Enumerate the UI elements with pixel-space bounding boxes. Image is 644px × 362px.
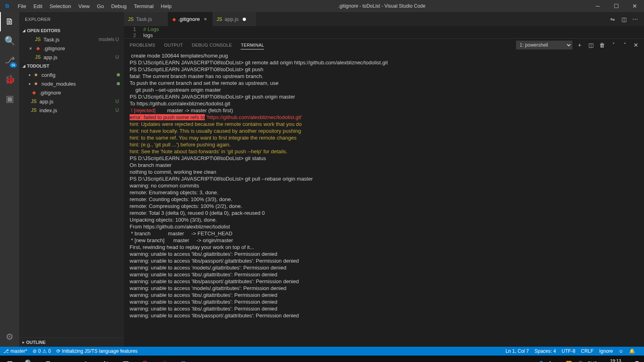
menu-file[interactable]: File xyxy=(14,0,30,12)
panel-tab-terminal[interactable]: TERMINAL xyxy=(241,41,264,49)
language-mode[interactable]: Ignore xyxy=(599,348,613,354)
kill-terminal-icon[interactable]: 🗑 xyxy=(598,42,606,48)
menu-help[interactable]: Help xyxy=(157,0,175,12)
open-editor-item[interactable]: ×◆.gitignore xyxy=(21,44,124,53)
extensions-icon[interactable]: ▣ xyxy=(0,89,19,109)
split-editor-icon[interactable]: ◫ xyxy=(618,16,630,23)
file-icon: ■ xyxy=(33,72,39,78)
editor-tabs: JSTask.js◆.gitignore×JSapp.js ⇋ ◫ ⋯ xyxy=(124,12,644,26)
file-icon: JS xyxy=(35,37,41,42)
file-icon: ◆ xyxy=(31,90,37,95)
tree-item[interactable]: ▸■config xyxy=(21,70,124,79)
indentation-status[interactable]: Spaces: 4 xyxy=(535,348,556,354)
menu-edit[interactable]: Edit xyxy=(30,0,46,12)
menu-terminal[interactable]: Terminal xyxy=(130,0,157,12)
panel-tabs: PROBLEMSOUTPUTDEBUG CONSOLETERMINAL 1: p… xyxy=(124,39,644,51)
menu-selection[interactable]: Selection xyxy=(46,0,74,12)
compare-changes-icon[interactable]: ⇋ xyxy=(607,16,618,23)
mail-icon[interactable]: ✉ xyxy=(116,356,135,362)
file-label: app.js xyxy=(39,99,114,105)
editor-tab[interactable]: ◆.gitignore× xyxy=(168,12,213,26)
panel-maximize-icon[interactable]: ˄ xyxy=(621,42,629,48)
scm-badge: 5k xyxy=(10,63,17,68)
open-editors-header[interactable]: ◢OPEN EDITORS xyxy=(21,26,124,35)
explorer-icon[interactable]: 🗎 xyxy=(0,12,19,31)
menu-view[interactable]: View xyxy=(75,0,93,12)
window-title: .gitignore - toDoList - Visual Studio Co… xyxy=(175,3,588,9)
panel-tab-problems[interactable]: PROBLEMS xyxy=(130,41,155,49)
tree-item[interactable]: JSapp.jsU xyxy=(21,97,124,106)
cursor-position[interactable]: Ln 1, Col 7 xyxy=(506,348,529,354)
maximize-button[interactable]: ☐ xyxy=(607,0,625,12)
menu-go[interactable]: Go xyxy=(93,0,107,12)
edge-icon[interactable]: e xyxy=(58,356,77,362)
debug-icon[interactable]: 🐞 xyxy=(0,70,19,89)
notifications-icon[interactable]: 🔔 xyxy=(629,348,635,354)
tab-label: app.js xyxy=(225,16,239,22)
git-branch-status[interactable]: ⎇ master* xyxy=(3,348,27,354)
close-icon[interactable]: × xyxy=(29,45,35,51)
clock[interactable]: 19:1319.03.2019 xyxy=(600,358,632,362)
task-status[interactable]: ⟳ Initializing JS/TS language features xyxy=(56,348,137,354)
editor-tab[interactable]: JSTask.js xyxy=(124,12,168,26)
git-status-badge: U xyxy=(114,107,120,113)
close-tab-icon[interactable]: × xyxy=(204,16,207,22)
twistie-icon: ▸ xyxy=(29,73,31,77)
settings-gear-icon[interactable]: ⚙ xyxy=(0,327,19,347)
menu-debug[interactable]: Debug xyxy=(107,0,130,12)
file-label: Task.js xyxy=(43,37,97,43)
open-editor-item[interactable]: JSTask.jsmodelsU xyxy=(21,35,124,44)
vscode-taskbar-icon[interactable]: ⧉ xyxy=(174,356,193,362)
panel-close-icon[interactable]: ✕ xyxy=(632,42,640,48)
activity-bar: 🗎 🔍 ⎇5k 🐞 ▣ ⚙ xyxy=(0,12,19,347)
tab-label: Task.js xyxy=(136,16,152,22)
more-actions-icon[interactable]: ⋯ xyxy=(630,16,641,23)
store-icon[interactable]: 🛍 xyxy=(97,356,116,362)
file-icon: JS xyxy=(31,99,37,104)
twistie-icon: ▸ xyxy=(29,82,31,86)
slack-icon[interactable]: # xyxy=(155,356,174,362)
file-icon: JS xyxy=(31,107,37,113)
file-path: models xyxy=(99,37,114,42)
open-editor-item[interactable]: JSapp.jsU xyxy=(21,53,124,62)
git-dot-icon xyxy=(117,73,120,76)
start-button[interactable]: ⊞ xyxy=(0,356,19,362)
editor-tab[interactable]: JSapp.js xyxy=(213,12,257,26)
terminal-selector[interactable]: 1: powershell xyxy=(516,41,572,49)
search-icon[interactable]: 🔍 xyxy=(0,31,19,51)
opera-icon[interactable]: O xyxy=(135,356,155,362)
vscode-logo-icon: ⧉ xyxy=(0,3,14,9)
file-explorer-icon[interactable]: 🗂 xyxy=(77,356,97,362)
close-window-button[interactable]: ✕ xyxy=(625,0,644,12)
editor-text[interactable]: 12 # Logslogs █████ xyxy=(124,26,644,38)
file-icon: ◆ xyxy=(35,45,41,51)
tree-item[interactable]: JSindex.jsU xyxy=(21,106,124,115)
eol-status[interactable]: CRLF xyxy=(581,348,593,354)
git-status-badge: U xyxy=(114,54,120,60)
main-menu: FileEditSelectionViewGoDebugTerminalHelp xyxy=(14,0,175,12)
tree-item[interactable]: ▸■node_modules xyxy=(21,79,124,88)
tree-item[interactable]: ◆.gitignore xyxy=(21,88,124,97)
new-terminal-icon[interactable]: + xyxy=(576,42,584,48)
split-terminal-icon[interactable]: ◫ xyxy=(587,42,595,48)
outline-header[interactable]: ▸OUTLINE xyxy=(21,338,124,347)
file-label: .gitignore xyxy=(39,90,120,96)
encoding-status[interactable]: UTF-8 xyxy=(561,348,575,354)
panel-tab-output[interactable]: OUTPUT xyxy=(164,41,183,49)
project-header[interactable]: ◢TODOLIST xyxy=(21,62,124,70)
file-icon: JS xyxy=(217,16,222,22)
system-tray: 👤 ˄ ☁ 📶 🔊 РУС 19:1319.03.2019 💬 xyxy=(536,358,644,362)
bottom-panel: PROBLEMSOUTPUTDEBUG CONSOLETERMINAL 1: p… xyxy=(124,38,644,347)
panel-chevron-up-icon[interactable]: ˅ xyxy=(609,42,617,48)
windows-taskbar: ⊞ 🔍 ⧉ e 🗂 🛍 ✉ O # ⧉ 👤 ˄ ☁ 📶 🔊 РУС 19:131… xyxy=(0,356,644,362)
tab-label: .gitignore xyxy=(178,16,200,22)
source-control-icon[interactable]: ⎇5k xyxy=(0,51,19,70)
task-view-icon[interactable]: ⧉ xyxy=(39,356,58,362)
errors-status[interactable]: ⊘ 0 ⚠ 0 xyxy=(33,348,51,354)
feedback-icon[interactable]: ☺ xyxy=(619,348,623,354)
taskbar-search-icon[interactable]: 🔍 xyxy=(19,356,39,362)
terminal-output[interactable]: create mode 100644 templates/home.pugPS … xyxy=(124,51,644,347)
file-icon: ■ xyxy=(33,81,39,86)
minimize-button[interactable]: ─ xyxy=(588,0,607,12)
panel-tab-debug-console[interactable]: DEBUG CONSOLE xyxy=(192,41,232,49)
